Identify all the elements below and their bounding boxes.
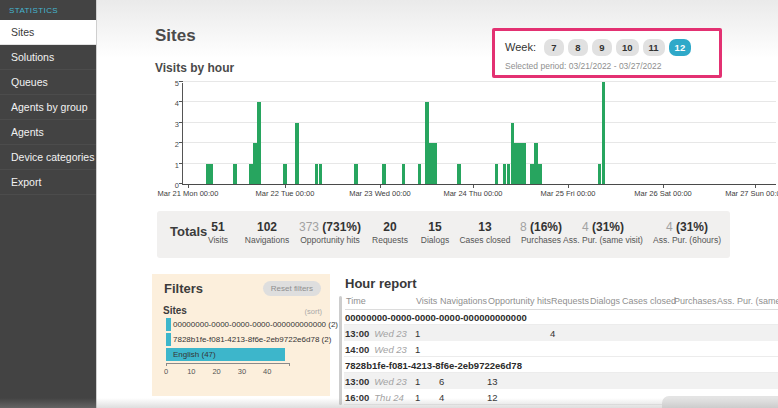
filters-sites-label: Sites <box>163 305 187 316</box>
visits-bar <box>538 164 542 184</box>
x-tick-5 <box>663 185 664 188</box>
week-pill-9[interactable]: 9 <box>592 39 612 56</box>
horizontal-scrollbar[interactable] <box>662 396 778 408</box>
column-header-purchases[interactable]: Purchases <box>674 296 717 306</box>
y-tick-label-2: 2 <box>167 140 179 149</box>
x-label-3: Mar 24 Thu 00:00 <box>436 189 510 198</box>
y-tick-label-1: 1 <box>167 161 179 170</box>
vertical-scrollbar[interactable] <box>339 296 342 405</box>
week-pill-12[interactable]: 12 <box>669 39 692 56</box>
x-tick-2 <box>380 185 381 188</box>
y-tick-2 <box>179 142 183 143</box>
x-tick-0 <box>188 185 189 188</box>
reset-filters-button[interactable]: Reset filters <box>263 281 321 296</box>
selected-period-text: Selected period: 03/21/2022 - 03/27/2022 <box>505 61 661 71</box>
row-value-navigations: 4 <box>439 392 444 403</box>
filter-bar-label: 7828b1fe-f081-4213-8f6e-2eb9722e6d78 (2) <box>173 333 331 346</box>
hour-report-row[interactable]: 14:00Wed 231 <box>344 341 778 357</box>
site-group-label: 00000000-0000-0000-0000-000000000000 <box>345 312 527 323</box>
y-tick-label-5: 5 <box>167 79 179 88</box>
gridline-y1 <box>183 163 776 164</box>
gridline-y2 <box>183 142 776 143</box>
visits-bar <box>433 143 437 184</box>
filter-bar-row-0[interactable]: 00000000-0000-0000-0000-000000000000 (2) <box>166 318 326 332</box>
filter-axis-tick-20: 20 <box>207 367 227 376</box>
hour-report-row[interactable]: 13:00Wed 231613 <box>344 373 778 389</box>
visits-bar <box>233 164 237 184</box>
x-tick-3 <box>473 185 474 188</box>
site-group-label: 7828b1fe-f081-4213-8f6e-2eb9722e6d78 <box>345 360 522 371</box>
week-selector-highlight-box: Week: 789101112 Selected period: 03/21/2… <box>492 28 722 78</box>
sidebar-item-queues[interactable]: Queues <box>0 70 96 95</box>
visits-bar <box>418 164 422 184</box>
y-tick-0 <box>179 183 183 184</box>
week-pill-7[interactable]: 7 <box>544 39 564 56</box>
sort-link[interactable]: (sort) <box>305 307 323 316</box>
filter-axis-tick-30: 30 <box>232 367 252 376</box>
column-header-visits[interactable]: Visits <box>416 296 437 306</box>
x-label-6: Mar 27 Sun 00:00 <box>718 189 778 198</box>
week-pill-11[interactable]: 11 <box>643 39 665 56</box>
sidebar-item-device-categories[interactable]: Device categories <box>0 145 96 170</box>
column-header-cases-closed[interactable]: Cases closed <box>622 296 676 306</box>
week-label: Week: <box>505 41 536 53</box>
visits-bar <box>283 164 287 184</box>
sidebar-item-agents[interactable]: Agents <box>0 120 96 145</box>
gridline-y4 <box>183 101 776 102</box>
sidebar-header: STATISTICS <box>0 0 96 20</box>
y-tick-5 <box>179 81 183 82</box>
visits-bar <box>210 164 214 184</box>
week-pill-8[interactable]: 8 <box>568 39 588 56</box>
week-pill-10[interactable]: 10 <box>616 39 639 56</box>
filter-bar-row-2[interactable]: English (47) <box>166 348 326 362</box>
y-tick-3 <box>179 122 183 123</box>
row-day: Thu 24 <box>374 392 404 403</box>
row-day: Wed 23 <box>374 376 407 387</box>
x-label-0: Mar 21 Mon 00:00 <box>151 189 225 198</box>
totals-bar: Totals 51Visits102Navigations373 (731%)O… <box>157 211 730 258</box>
sidebar-item-solutions[interactable]: Solutions <box>0 45 96 70</box>
y-tick-1 <box>179 163 183 164</box>
x-label-1: Mar 22 Tue 00:00 <box>248 189 322 198</box>
visits-bar <box>295 123 299 184</box>
sidebar-item-agents-by-group[interactable]: Agents by group <box>0 95 96 120</box>
hour-report-row[interactable]: 13:00Wed 2314 <box>344 325 778 341</box>
visits-bar <box>319 164 323 184</box>
site-group-row: 00000000-0000-0000-0000-000000000000 <box>344 309 778 325</box>
filter-bar <box>166 333 171 346</box>
visits-by-hour-chart: 012345Mar 21 Mon 00:00Mar 22 Tue 00:00Ma… <box>182 83 776 185</box>
visits-bar <box>402 164 406 184</box>
visits-bar <box>382 164 386 184</box>
column-header-navigations[interactable]: Navigations <box>440 296 487 306</box>
x-label-4: Mar 25 Fri 00:00 <box>531 189 605 198</box>
column-header-dialogs[interactable]: Dialogs <box>590 296 620 306</box>
column-header-opportunity-hits[interactable]: Opportunity hits <box>488 296 551 306</box>
filter-bar-row-1[interactable]: 7828b1fe-f081-4213-8f6e-2eb9722e6d78 (2) <box>166 333 326 347</box>
row-time: 16:00Thu 24 <box>345 392 404 403</box>
sidebar-item-sites[interactable]: Sites <box>0 20 96 45</box>
y-tick-label-4: 4 <box>167 99 179 108</box>
filters-panel: Filters Reset filters Sites (sort) 00000… <box>152 274 330 396</box>
visits-bar <box>257 102 261 184</box>
sidebar: STATISTICS SitesSolutionsQueuesAgents by… <box>0 0 97 408</box>
row-time: 14:00Wed 23 <box>345 344 407 355</box>
sidebar-item-export[interactable]: Export <box>0 170 96 195</box>
row-time: 13:00Wed 23 <box>345 376 407 387</box>
visits-bar <box>495 164 499 184</box>
column-header-ass-pur-same-visit-[interactable]: Ass. Pur. (same visit) <box>717 296 778 306</box>
row-value-opportunity-hits: 13 <box>487 376 498 387</box>
chart-title: Visits by hour <box>155 61 234 75</box>
visits-bar <box>457 164 461 184</box>
gridline-y3 <box>183 122 776 123</box>
column-header-requests[interactable]: Requests <box>551 296 589 306</box>
filter-axis-tick-0: 0 <box>156 367 176 376</box>
filters-title: Filters <box>164 281 203 296</box>
x-tick-1 <box>285 185 286 188</box>
sidebar-items: SitesSolutionsQueuesAgents by groupAgent… <box>0 20 96 195</box>
row-value-requests: 4 <box>550 328 555 339</box>
row-time: 13:00Wed 23 <box>345 328 407 339</box>
x-label-5: Mar 26 Sat 00:00 <box>626 189 700 198</box>
column-header-time[interactable]: Time <box>346 296 366 306</box>
hour-report-title: Hour report <box>345 276 417 291</box>
row-value-visits: 1 <box>415 392 420 403</box>
